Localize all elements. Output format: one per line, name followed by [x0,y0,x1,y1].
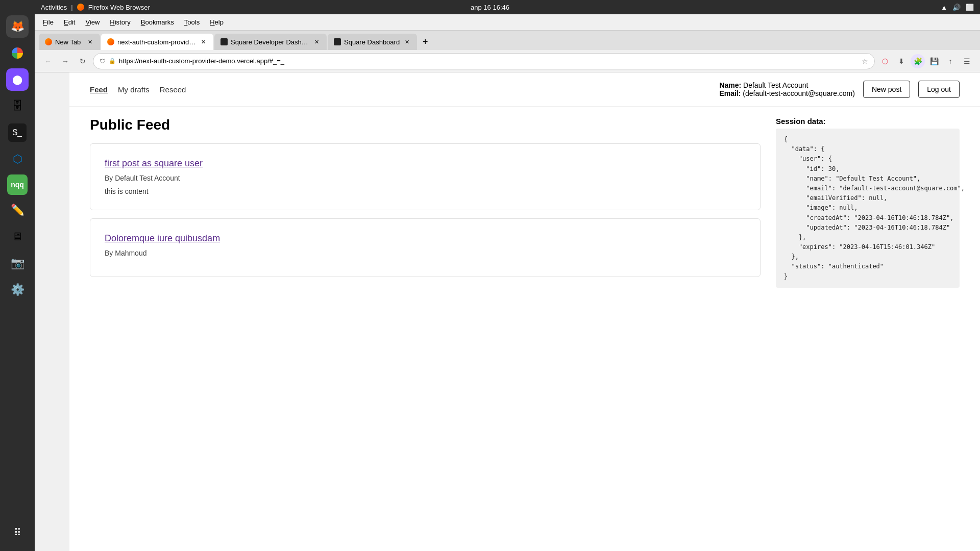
tab-bar: New Tab ✕ next-auth-custom-provider-... … [35,31,980,50]
os-app-grid[interactable]: ⠿ [6,521,29,544]
activities-label[interactable]: Activities [41,4,67,11]
name-value: Default Test Account [743,81,808,89]
logout-button[interactable]: Log out [918,81,960,98]
menu-edit[interactable]: Edit [60,17,79,27]
tab-close-1[interactable]: ✕ [86,38,94,46]
os-app-webcam[interactable]: 📷 [6,252,29,274]
tab-favicon-4 [334,38,341,45]
pocket-button[interactable]: ⬡ [878,54,892,68]
os-app-text-editor[interactable]: ✏️ [6,199,29,221]
menu-bar: File Edit View History Bookmarks Tools H… [35,14,980,31]
post-card-2: Doloremque iure quibusdam By Mahmoud [90,218,761,277]
address-bar-container: 🛡 🔒 ☆ [93,53,875,69]
tab-next-auth[interactable]: next-auth-custom-provider-... ✕ [101,34,213,50]
os-app-display[interactable]: 🖥 [6,226,29,248]
post-card-1: first post as square user By Default Tes… [90,143,761,210]
os-app-files[interactable]: 🗄 [6,95,29,117]
shield-icon: 🛡 [100,58,106,65]
tab-close-3[interactable]: ✕ [312,38,321,46]
nav-reseed[interactable]: Reseed [160,85,186,94]
nav-bar: ← → ↻ 🛡 🔒 ☆ ⬡ ⬇ 🧩 💾 ↑ ☰ [35,50,980,72]
page-title: Public Feed [90,117,761,133]
tab-new-tab[interactable]: New Tab ✕ [39,34,100,50]
os-app-vscode[interactable]: ⬡ [6,148,29,170]
nav-feed[interactable]: Feed [90,85,108,94]
user-name-line: Name: Default Test Account [719,81,855,89]
menu-history[interactable]: History [106,17,134,27]
browser-name-label: Firefox Web Browser [88,4,150,11]
download-button[interactable]: ⬇ [894,54,909,68]
tab-label-2: next-auth-custom-provider-... [117,38,196,46]
tab-favicon-1 [45,38,52,45]
session-data-label: Session data: [776,117,960,126]
tab-close-4[interactable]: ✕ [403,38,411,46]
tab-favicon-2 [107,38,114,45]
tab-square-dashboard[interactable]: Square Dashboard ✕ [328,34,417,50]
content-left: Public Feed first post as square user By… [90,117,761,288]
post-title-1[interactable]: first post as square user [105,158,746,169]
main-content: Public Feed first post as square user By… [69,107,980,298]
battery-icon: ⬜ [966,4,974,11]
reload-button[interactable]: ↻ [76,54,90,68]
nav-icon-group: ⬡ ⬇ 🧩 💾 ↑ ☰ [878,54,974,68]
email-label: Email: [719,89,741,97]
page-wrapper: Feed My drafts Reseed Name: Default Test… [69,72,980,551]
session-data-box: { "data": { "user": { "id": 30, "name": … [776,129,960,288]
os-app-firefox[interactable]: 🦊 [6,15,29,38]
menu-button[interactable]: ☰ [960,54,974,68]
share-button[interactable]: ↑ [943,54,958,68]
new-tab-button[interactable]: + [418,35,432,49]
tab-label-4: Square Dashboard [344,38,400,46]
menu-bookmarks[interactable]: Bookmarks [137,17,178,27]
tab-favicon-3 [220,38,228,45]
extensions-button[interactable]: 🧩 [911,54,925,68]
user-email-line: Email: (default-test-account@square.com) [719,89,855,97]
app-header: Feed My drafts Reseed Name: Default Test… [69,72,980,107]
menu-help[interactable]: Help [206,17,228,27]
session-panel: Session data: { "data": { "user": { "id"… [776,117,960,288]
tab-close-2[interactable]: ✕ [199,38,207,46]
tab-label-3: Square Developer Dashb... [231,38,309,46]
system-datetime: anp 16 16:46 [471,4,509,11]
post-title-2[interactable]: Doloremque iure quibusdam [105,233,746,244]
app-nav: Feed My drafts Reseed [90,85,186,94]
menu-tools[interactable]: Tools [180,17,204,27]
email-value: (default-test-account@square.com) [743,89,855,97]
bookmark-star-icon[interactable]: ☆ [862,57,868,65]
forward-button[interactable]: → [58,54,72,68]
volume-icon: 🔊 [952,4,961,11]
lock-icon: 🔒 [109,58,116,64]
os-app-settings[interactable]: ⚙️ [6,279,29,301]
system-bar: Activities | Firefox Web Browser anp 16 … [35,0,980,14]
tab-label-1: New Tab [55,38,83,46]
os-app-terminal[interactable]: $_ [6,121,29,144]
os-app-chrome[interactable] [6,42,29,64]
os-app-tor[interactable]: ⬤ [6,68,29,91]
post-author-1: By Default Test Account [105,174,746,182]
user-info: Name: Default Test Account Email: (defau… [719,81,855,97]
name-label: Name: [719,81,741,89]
new-post-button[interactable]: New post [863,81,910,98]
app-header-right: Name: Default Test Account Email: (defau… [719,81,960,98]
post-content-1: this is content [105,187,746,195]
tab-square-dev[interactable]: Square Developer Dashb... ✕ [214,34,327,50]
address-input[interactable] [119,57,859,65]
back-button[interactable]: ← [41,54,55,68]
os-app-nqq[interactable]: nqq [7,174,28,195]
nav-my-drafts[interactable]: My drafts [118,85,150,94]
save-button[interactable]: 💾 [927,54,941,68]
menu-file[interactable]: File [39,17,58,27]
post-author-2: By Mahmoud [105,249,746,257]
os-sidebar: 🦊 ⬤ 🗄 $_ ⬡ nqq ✏️ 🖥 📷 ⚙️ ⠿ [0,0,35,551]
menu-view[interactable]: View [81,17,104,27]
wifi-icon: ▲ [941,4,947,11]
